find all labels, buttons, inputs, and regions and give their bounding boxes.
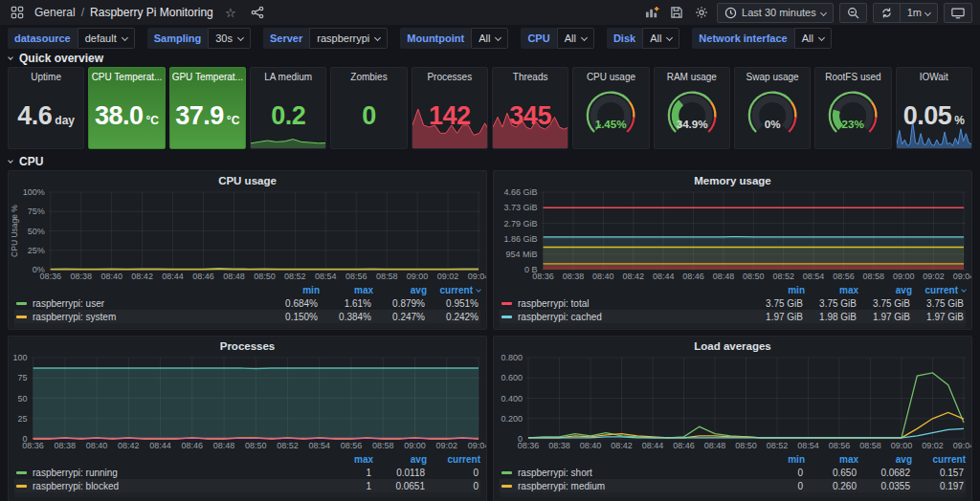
memory-usage-plot[interactable]: 0 B954 MiB1.86 GiB2.79 GiB3.73 GiB4.66 G… [494,187,971,282]
svg-text:25%: 25% [28,246,45,255]
panel-title[interactable]: Processes [412,68,487,82]
add-panel-icon[interactable] [642,3,661,22]
load-averages-plot[interactable]: 00.2000.4000.6000.80008:3608:3808:4008:4… [494,353,971,451]
svg-text:08:54: 08:54 [309,441,331,450]
variable-value-dropdown[interactable]: All [471,28,508,49]
zoom-out-time-button[interactable] [839,3,867,23]
legend-row-raspberrypi-cached: raspberrypi: cached1.97 GiB1.98 GiB1.97 … [500,310,966,323]
panel-title[interactable]: Processes [9,337,486,353]
variable-value-dropdown[interactable]: All [642,28,679,49]
settings-gear-icon[interactable] [692,3,711,22]
legend-sort-avg[interactable]: avg [858,285,912,295]
legend-sort-avg[interactable]: avg [373,285,427,295]
panel-title[interactable]: CPU usage [9,171,486,187]
row-toggle-cpu[interactable]: CPU [0,154,980,168]
dashboard-title: Raspberry Pi Monitoring [90,6,213,19]
panel-title[interactable]: Swap usage [735,68,810,82]
legend-sort-avg[interactable]: avg [373,454,427,465]
variable-label: Mountpoint [400,28,471,49]
row-toggle-quick-overview[interactable]: Quick overview [0,51,980,65]
svg-text:08:56: 08:56 [833,272,855,281]
variables-bar: datasourcedefaultSampling30sServerraspbe… [0,25,980,50]
panel-title[interactable]: IOWait [897,68,971,82]
breadcrumb-separator: / [81,6,84,19]
panel-title[interactable]: CPU usage [573,68,648,82]
legend-series-toggle[interactable]: raspberrypi: system [16,312,264,322]
svg-text:08:46: 08:46 [182,441,204,450]
panel-title[interactable]: LA medium [251,68,325,82]
stat-panel-rootfs-used: RootFS used23% [814,67,891,149]
top-navbar: General / Raspberry Pi Monitoring ☆ Last… [0,0,980,25]
legend-sort-max[interactable]: max [320,285,373,295]
cpu-usage-plot[interactable]: 0%25%50%75%100%08:3608:3808:4008:4208:44… [9,187,486,282]
stat-value: 4.6day [9,83,83,148]
svg-text:08:50: 08:50 [743,272,765,281]
legend-sort-current[interactable]: current [427,285,480,295]
refresh-interval-dropdown[interactable]: 1m [900,4,937,22]
stat-value: 38.0°C [89,83,164,148]
panel-title[interactable]: RootFS used [815,68,890,82]
variable-label: Server [263,28,309,49]
dashboards-grid-icon[interactable] [8,3,27,22]
panel-title[interactable]: Load averages [494,337,971,353]
processes-plot[interactable]: 025507510008:3608:3808:4008:4208:4408:46… [9,353,486,451]
panel-title[interactable]: RAM usage [655,68,729,82]
variable-value-dropdown[interactable]: default [78,28,135,49]
legend-series-toggle[interactable]: raspberrypi: short [501,468,749,478]
legend-sort-current[interactable]: current [912,454,966,465]
legend-series-toggle[interactable]: raspberrypi: blocked [16,481,318,491]
panel-title[interactable]: Threads [493,68,568,82]
gauge: 34.9% [655,80,729,147]
legend-sort-avg[interactable]: avg [858,454,912,465]
chevron-down-icon [820,9,827,15]
save-dashboard-icon[interactable] [667,3,686,22]
refresh-interval-label: 1m [907,7,922,18]
legend-sort-max[interactable]: max [320,454,373,465]
legend-sort-min[interactable]: min [751,454,805,465]
legend-value: 0.0651 [371,481,425,491]
svg-text:08:52: 08:52 [277,441,299,450]
legend-series-toggle[interactable]: raspberrypi: user [16,298,264,309]
legend-value: 0 [425,481,479,491]
panel-title[interactable]: Zombies [331,68,406,82]
legend-series-toggle[interactable]: raspberrypi: running [16,468,318,478]
legend-series-toggle[interactable]: raspberrypi: total [501,298,749,309]
panel-title[interactable]: CPU Temperat... [89,68,164,82]
svg-text:08:52: 08:52 [284,272,306,281]
svg-text:09:02: 09:02 [922,441,944,450]
monitor-icon [951,7,965,19]
legend-sort-max[interactable]: max [805,454,858,465]
kiosk-tv-button[interactable] [944,3,972,23]
stat-value: 142 [412,83,487,148]
legend-value: 0.260 [803,481,857,491]
legend-value: 1.98 GiB [803,312,857,322]
legend-series-toggle[interactable]: raspberrypi: cached [501,312,749,322]
refresh-button[interactable] [874,4,900,22]
legend-sort-min[interactable]: min [266,285,320,295]
star-icon[interactable]: ☆ [221,3,240,22]
variable-value-dropdown[interactable]: raspberrypi [309,28,388,49]
time-range-picker[interactable]: Last 30 minutes [717,3,834,23]
svg-text:09:00: 09:00 [404,441,426,450]
panel-title[interactable]: GPU Temperat... [170,68,245,82]
svg-text:08:54: 08:54 [797,441,819,450]
legend-row-raspberrypi-total: raspberrypi: total3.75 GiB3.75 GiB3.75 G… [500,296,966,310]
legend-value: 0.384% [318,312,371,322]
legend-sort-current[interactable]: current [427,454,480,465]
legend-sort-current[interactable]: current [912,285,966,295]
variable-value-dropdown[interactable]: All [557,28,594,49]
share-icon[interactable] [248,3,267,22]
panel-title[interactable]: Memory usage [494,171,971,187]
legend-series-toggle[interactable]: raspberrypi: medium [501,481,749,491]
variable-value-dropdown[interactable]: All [794,28,832,49]
variable-server: Serverraspberrypi [263,28,388,49]
legend-sort-min[interactable]: min [751,285,805,295]
panel-title[interactable]: Uptime [9,68,83,82]
time-range-label: Last 30 minutes [742,7,816,18]
variable-network-interface: Network interfaceAll [692,28,832,49]
legend-sort-max[interactable]: max [805,285,858,295]
breadcrumb-section[interactable]: General [34,6,76,19]
svg-text:08:44: 08:44 [653,272,675,281]
variable-value-dropdown[interactable]: 30s [208,28,251,49]
variable-label: Disk [607,28,642,49]
